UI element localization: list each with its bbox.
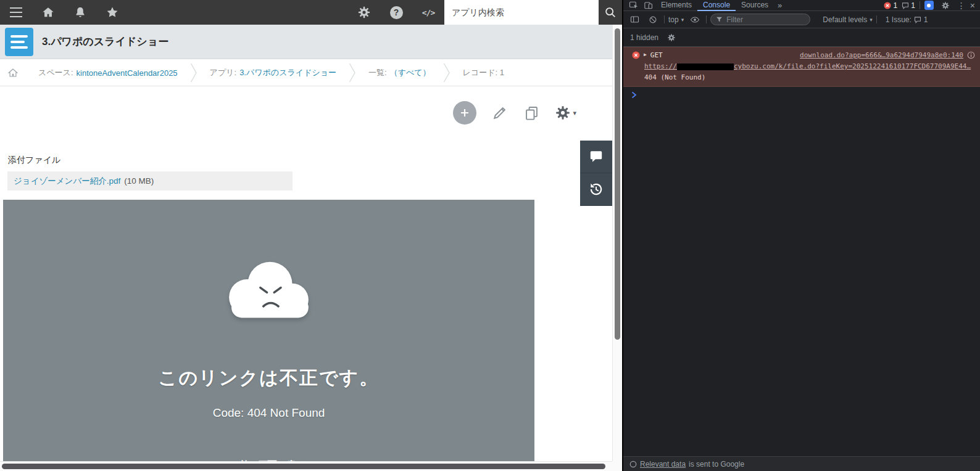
breadcrumb-space-link[interactable]: kintoneAdventCalendar2025: [77, 68, 178, 78]
error-source-link[interactable]: download.do?app=666&…9a6294d7949a8e0:140: [800, 50, 963, 60]
comment-bubble-icon: [588, 149, 604, 165]
console-prompt[interactable]: [623, 87, 980, 103]
app-title: 3.パワポのスライドショー: [42, 35, 168, 49]
tab-sources[interactable]: Sources: [736, 0, 774, 11]
favorites-star-icon[interactable]: [96, 0, 128, 25]
horizontal-scrollbar-thumb[interactable]: [2, 464, 605, 469]
inspect-element-icon[interactable]: [626, 0, 641, 11]
attachment-file-box: ジョイゾーメンバー紹介.pdf (10 MB): [7, 171, 293, 190]
settings-gear-icon[interactable]: [348, 0, 380, 25]
more-tabs-icon[interactable]: »: [774, 1, 786, 10]
clear-console-icon[interactable]: [646, 14, 660, 25]
edit-record-button[interactable]: [491, 104, 509, 121]
error-title: このリンクは不正です。: [3, 366, 534, 391]
gear-glyph: [941, 1, 950, 10]
breadcrumb-space: スペース: kintoneAdventCalendar2025: [26, 67, 190, 78]
divider: [706, 15, 707, 23]
message-count-badge[interactable]: 1: [902, 1, 915, 10]
breadcrumb-space-label: スペース:: [38, 67, 73, 78]
filter-box: [710, 14, 810, 25]
history-tab[interactable]: [580, 173, 612, 206]
tab-elements[interactable]: Elements: [655, 0, 697, 11]
search-icon[interactable]: [599, 0, 622, 25]
app-icon[interactable]: [5, 28, 33, 56]
error-preview-panel: このリンクは不正です。 Code: 404 Not Found ◂ 前の画面に戻…: [3, 200, 534, 471]
help-icon[interactable]: ?: [380, 0, 412, 25]
error-count-badge[interactable]: 1: [884, 1, 897, 10]
scrollbar-corner: [612, 461, 622, 471]
breadcrumb-record: レコード: 1: [451, 67, 517, 78]
divider: [664, 15, 665, 23]
console-error-entry[interactable]: ▶ GET download.do?app=666&…9a6294d7949a8…: [623, 47, 980, 87]
error-circle-icon: [632, 51, 640, 59]
horizontal-scrollbar[interactable]: [0, 461, 612, 471]
log-levels-selector[interactable]: Default levels ▾: [823, 15, 873, 24]
gear-glyph: [667, 33, 676, 42]
record-toolbar: ▾: [0, 86, 612, 139]
breadcrumb-home-icon[interactable]: [0, 67, 26, 78]
tab-console[interactable]: Console: [697, 0, 736, 11]
extension-icon[interactable]: [924, 1, 934, 10]
live-expression-eye-icon[interactable]: [687, 14, 702, 25]
attachment-file-size: (10 MB): [124, 176, 154, 186]
relevant-data-link[interactable]: Relevant data: [640, 460, 686, 469]
devtools-settings-gear-icon[interactable]: [938, 0, 953, 11]
message-count: 1: [911, 1, 915, 10]
menu-icon[interactable]: [0, 0, 32, 25]
breadcrumb-app-link[interactable]: 3.パワポのスライドショー: [239, 67, 336, 78]
console-settings-gear-icon[interactable]: [664, 32, 679, 43]
kebab-menu-icon[interactable]: ⋮: [957, 1, 966, 10]
breadcrumb-view: 一覧: （すべて）: [356, 67, 443, 78]
device-glyph: [644, 1, 653, 10]
device-toolbar-icon[interactable]: [641, 0, 655, 11]
breadcrumb-view-link[interactable]: （すべて）: [390, 67, 431, 78]
breadcrumb-chevron-icon: [349, 62, 356, 83]
vertical-scrollbar-thumb[interactable]: [615, 28, 620, 340]
copy-icon: [523, 105, 540, 121]
clear-glyph: [649, 15, 657, 24]
attachment-file-link[interactable]: ジョイゾーメンバー紹介.pdf: [14, 176, 120, 187]
hidden-messages-label: 1 hidden: [630, 33, 658, 42]
code-icon[interactable]: </>: [412, 0, 444, 25]
breadcrumb-app: アプリ: 3.パワポのスライドショー: [197, 67, 349, 78]
devtools-footer: Relevant data is sent to Google: [623, 456, 980, 471]
add-record-button[interactable]: [453, 101, 476, 125]
redacted-subdomain: [677, 63, 734, 70]
eye-glyph: [690, 15, 700, 25]
request-method: GET: [650, 50, 663, 60]
record-side-tabs: [580, 141, 612, 206]
record-options-button[interactable]: ▾: [555, 105, 576, 121]
error-count: 1: [893, 1, 897, 10]
app-search-input[interactable]: [444, 0, 599, 25]
issues-label: 1 Issue:: [886, 15, 911, 24]
close-icon[interactable]: ×: [970, 1, 975, 10]
notifications-bell-icon[interactable]: [64, 0, 96, 25]
pane-glyph: [630, 15, 639, 24]
expand-triangle-icon[interactable]: ▶: [644, 51, 647, 59]
error-status-text: 404 (Not Found): [632, 72, 975, 83]
filter-input[interactable]: [726, 15, 797, 24]
vertical-scrollbar[interactable]: [612, 25, 622, 461]
issues-counter[interactable]: 1 Issue: 1: [886, 15, 928, 24]
issues-count: 1: [924, 15, 928, 24]
comments-tab[interactable]: [580, 141, 612, 173]
attachment-field-label: 添付ファイル: [8, 155, 60, 166]
breadcrumb-app-label: アプリ:: [210, 67, 237, 78]
request-url-link[interactable]: https://cybozu.com/k/file.do?fileKey=202…: [644, 62, 971, 70]
breadcrumb-view-label: 一覧:: [368, 67, 387, 78]
star-icon-glyph: [106, 6, 119, 19]
console-sidebar-icon[interactable]: [627, 14, 642, 25]
sad-cloud-icon: [209, 249, 329, 332]
console-toolbar: top ▾ Default levels ▾ 1 Issue: 1: [623, 11, 980, 28]
message-bubble-icon: [902, 2, 909, 9]
filter-funnel-icon: [716, 16, 723, 23]
caret-down-icon: ▾: [573, 109, 576, 117]
context-selector[interactable]: top ▾: [668, 15, 684, 24]
info-circle-icon[interactable]: [967, 51, 975, 59]
footer-text: is sent to Google: [689, 460, 744, 469]
code-glyph: </>: [422, 8, 434, 17]
duplicate-record-button[interactable]: [523, 105, 540, 121]
breadcrumb-chevron-icon: [190, 62, 197, 83]
pencil-icon: [491, 104, 509, 121]
home-icon[interactable]: [32, 0, 64, 25]
